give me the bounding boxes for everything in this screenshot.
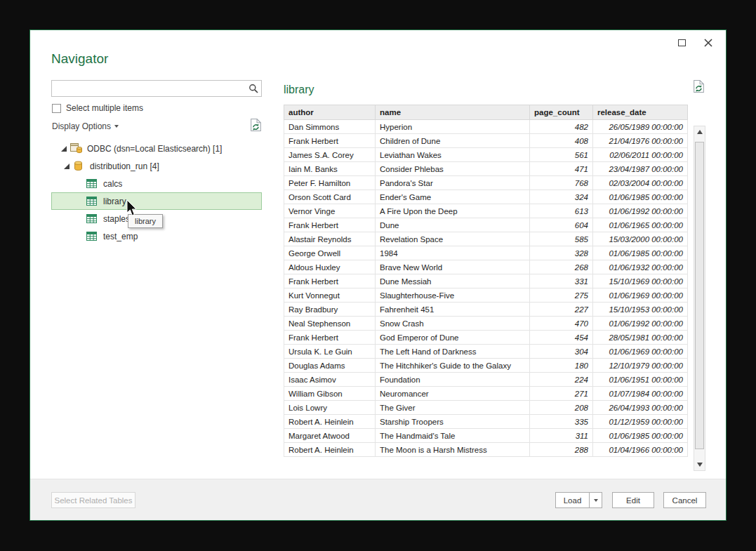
column-header-author: author: [284, 105, 376, 120]
tree-item-library[interactable]: library: [51, 192, 262, 210]
cell-page_count: 268: [530, 260, 593, 274]
maximize-icon: [678, 39, 686, 46]
tree-item-calcs[interactable]: calcs: [51, 175, 262, 192]
display-options-label: Display Options: [52, 121, 111, 131]
cell-page_count: 768: [530, 176, 593, 190]
cell-author: Isaac Asimov: [284, 373, 376, 387]
navigator-dialog: Navigator Select multiple items Display …: [29, 29, 727, 521]
cell-page_count: 613: [530, 204, 593, 218]
preview-table-body: Dan SimmonsHyperion48226/05/1989 00:00:0…: [284, 120, 688, 457]
page-title: Navigator: [51, 51, 108, 67]
cell-author: George Orwell: [284, 246, 376, 260]
cell-page_count: 470: [530, 317, 593, 331]
table-row: Ursula K. Le GuinThe Left Hand of Darkne…: [284, 345, 688, 359]
cell-name: Slaughterhouse-Five: [376, 288, 530, 303]
cell-release_date: 01/06/1985 00:00:00: [593, 246, 688, 260]
cell-page_count: 304: [530, 345, 593, 359]
display-options-dropdown[interactable]: Display Options: [52, 121, 119, 131]
display-options-row: Display Options: [52, 121, 262, 134]
table-row: Peter F. HamiltonPandora's Star76802/03/…: [284, 176, 688, 190]
cell-author: Peter F. Hamilton: [284, 176, 376, 190]
twisty-spacer: [76, 232, 84, 240]
preview-title: library: [284, 84, 314, 96]
refresh-preview-button[interactable]: [693, 79, 705, 96]
table-row: Margaret AtwoodThe Handmaid's Tale31101/…: [284, 429, 688, 443]
table-row: Kurt VonnegutSlaughterhouse-Five27501/06…: [284, 288, 688, 303]
edit-button[interactable]: Edit: [612, 492, 654, 508]
cell-name: Children of Dune: [376, 134, 530, 148]
table-row: Isaac AsimovFoundation22401/06/1951 00:0…: [284, 373, 688, 387]
cell-page_count: 224: [530, 373, 593, 387]
cell-name: The Handmaid's Tale: [376, 429, 530, 443]
cell-name: Pandora's Star: [376, 176, 530, 190]
cell-author: Robert A. Heinlein: [284, 415, 376, 429]
cell-release_date: 28/05/1981 00:00:00: [593, 331, 688, 345]
cell-author: Lois Lowry: [284, 401, 376, 415]
cell-page_count: 271: [530, 387, 593, 401]
select-related-tables-button: Select Related Tables: [51, 492, 135, 508]
cell-name: The Moon is a Harsh Mistress: [376, 443, 530, 457]
table-row: Aldous HuxleyBrave New World26801/06/193…: [284, 260, 688, 274]
cell-name: Snow Crash: [376, 317, 530, 331]
scroll-up-button[interactable]: [694, 126, 705, 138]
cell-author: Alastair Reynolds: [284, 232, 376, 246]
window-controls: [674, 36, 716, 50]
twisty-spacer: [76, 197, 84, 205]
cell-release_date: 23/04/1987 00:00:00: [593, 162, 688, 176]
table-row: Frank HerbertChildren of Dune40821/04/19…: [284, 134, 688, 148]
expand-collapse-icon[interactable]: [60, 145, 67, 152]
tree-item-label: distribution_run [4]: [90, 161, 159, 171]
scroll-thumb[interactable]: [695, 142, 704, 449]
cell-name: Dune Messiah: [376, 274, 530, 288]
cell-name: Foundation: [376, 373, 530, 387]
preview-scrollbar[interactable]: [694, 126, 705, 471]
table-row: James S.A. CoreyLeviathan Wakes56102/06/…: [284, 148, 688, 162]
table-row: Neal StephensonSnow Crash47001/06/1992 0…: [284, 317, 688, 331]
cell-release_date: 01/07/1984 00:00:00: [593, 387, 688, 401]
cell-page_count: 324: [530, 190, 593, 204]
expand-collapse-icon[interactable]: [62, 162, 70, 170]
search-box: [51, 80, 262, 97]
cell-name: Starship Troopers: [376, 415, 530, 429]
cell-release_date: 01/06/1969 00:00:00: [593, 288, 688, 303]
cell-author: Iain M. Banks: [284, 162, 376, 176]
close-button[interactable]: [701, 36, 716, 50]
cell-name: Consider Phlebas: [376, 162, 530, 176]
cell-page_count: 311: [530, 429, 593, 443]
cancel-button[interactable]: Cancel: [663, 492, 706, 508]
cell-author: William Gibson: [284, 387, 376, 401]
maximize-button[interactable]: [674, 36, 689, 50]
column-header-page_count: page_count: [530, 105, 593, 120]
tree-item-label: ODBC (dsn=Local Elasticsearch) [1]: [87, 144, 222, 154]
tree-item-distribution-run-4[interactable]: distribution_run [4]: [51, 157, 262, 175]
table-row: Alastair ReynoldsRevelation Space58515/0…: [284, 232, 688, 246]
refresh-tree-button[interactable]: [250, 118, 262, 134]
twisty-spacer: [76, 180, 84, 187]
cell-name: Leviathan Wakes: [376, 148, 530, 162]
table-row: Frank HerbertGod Emperor of Dune45428/05…: [284, 331, 688, 345]
load-options-button[interactable]: [589, 492, 602, 508]
select-multiple-checkbox[interactable]: [52, 104, 61, 113]
load-button[interactable]: Load: [555, 492, 590, 508]
table-row: Robert A. HeinleinStarship Troopers33501…: [284, 415, 688, 429]
cell-release_date: 12/10/1979 00:00:00: [593, 359, 688, 373]
table-row: Vernor VingeA Fire Upon the Deep61301/06…: [284, 204, 688, 218]
cell-page_count: 288: [530, 443, 593, 457]
tree-item-odbc-dsn-local-elasticsearch-1[interactable]: ODBC (dsn=Local Elasticsearch) [1]: [51, 140, 262, 157]
cell-name: 1984: [376, 246, 530, 260]
search-input[interactable]: [55, 82, 244, 95]
cell-name: Fahrenheit 451: [376, 303, 530, 317]
search-icon[interactable]: [248, 84, 258, 93]
tree-item-test-emp[interactable]: test_emp: [51, 227, 262, 245]
cell-page_count: 482: [530, 120, 593, 134]
cell-author: Margaret Atwood: [284, 429, 376, 443]
cell-release_date: 26/05/1989 00:00:00: [593, 120, 688, 134]
cell-name: A Fire Upon the Deep: [376, 204, 530, 218]
table-row: Ray BradburyFahrenheit 45122715/10/1953 …: [284, 303, 688, 317]
select-multiple-row: Select multiple items: [52, 103, 143, 113]
tree-item-label: library: [103, 197, 126, 206]
scroll-down-button[interactable]: [694, 459, 705, 470]
cell-author: Dan Simmons: [284, 120, 376, 134]
cell-author: Kurt Vonnegut: [284, 288, 376, 303]
table-icon: [86, 178, 99, 189]
